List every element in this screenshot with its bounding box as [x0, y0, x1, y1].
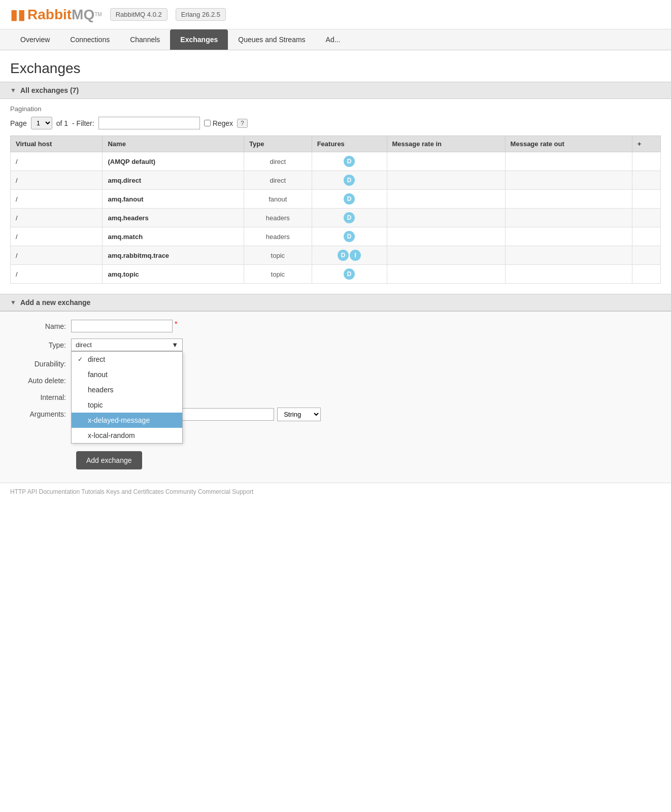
- name-cell[interactable]: amq.topic: [103, 265, 244, 284]
- page-title: Exchanges: [0, 50, 671, 82]
- all-exchanges-section-header[interactable]: ▼ All exchanges (7): [0, 82, 671, 99]
- logo-tm: TM: [94, 12, 102, 17]
- table-row[interactable]: /amq.rabbitmq.tracetopicDI: [11, 246, 661, 265]
- type-cell: direct: [244, 171, 312, 190]
- plus-cell: [632, 152, 660, 171]
- type-option-headers[interactable]: headers: [72, 382, 182, 397]
- name-cell[interactable]: (AMQP default): [103, 152, 244, 171]
- name-cell[interactable]: amq.fanout: [103, 190, 244, 209]
- pagination-controls: Page 1 of 1 - Filter: Regex ?: [10, 117, 661, 129]
- rate-out-cell: [505, 246, 632, 265]
- regex-checkbox-label: Regex: [204, 119, 233, 127]
- feature-badge: D: [344, 156, 355, 167]
- table-row[interactable]: /amq.directdirectD: [11, 171, 661, 190]
- name-cell[interactable]: amq.headers: [103, 209, 244, 227]
- logo-icon: ▮▮: [10, 6, 25, 23]
- nav-item-exchanges[interactable]: Exchanges: [170, 29, 228, 50]
- header: ▮▮ Rabbit MQ TM RabbitMQ 4.0.2 Erlang 26…: [0, 0, 671, 29]
- table-row[interactable]: /amq.fanoutfanoutD: [11, 190, 661, 209]
- nav-item-admin[interactable]: Ad...: [316, 29, 351, 50]
- type-option-topic[interactable]: topic: [72, 397, 182, 413]
- type-option-direct[interactable]: ✓ direct: [72, 352, 182, 367]
- type-dropdown[interactable]: direct ▼ ✓ direct fanout headers: [71, 339, 183, 351]
- table-row[interactable]: /amq.topictopicD: [11, 265, 661, 284]
- col-rate-in: Message rate in: [387, 136, 505, 152]
- rate-in-cell: [387, 227, 505, 246]
- name-cell[interactable]: amq.direct: [103, 171, 244, 190]
- table-row[interactable]: /amq.matchheadersD: [11, 227, 661, 246]
- feature-badge: I: [350, 250, 361, 261]
- filter-label: - Filter:: [72, 119, 94, 127]
- features-cell: D: [312, 227, 387, 246]
- features-cell: D: [312, 152, 387, 171]
- name-cell[interactable]: amq.match: [103, 227, 244, 246]
- add-exchange-section-label: Add a new exchange: [20, 298, 90, 307]
- erlang-badge: Erlang 26.2.5: [176, 8, 226, 21]
- type-cell: direct: [244, 152, 312, 171]
- nav-item-overview[interactable]: Overview: [10, 29, 60, 50]
- logo-rabbit: Rabbit: [27, 7, 72, 23]
- regex-checkbox[interactable]: [204, 120, 211, 126]
- check-icon: ✓: [78, 356, 85, 363]
- name-input[interactable]: [71, 320, 173, 332]
- feature-badge: D: [344, 175, 355, 186]
- plus-cell: [632, 246, 660, 265]
- vhost-cell: /: [11, 152, 103, 171]
- exchanges-table-container: Virtual host Name Type Features Message …: [10, 136, 661, 284]
- add-spacer-label: [10, 427, 71, 430]
- args-type-select[interactable]: String Number Boolean: [277, 408, 321, 421]
- add-exchange-button[interactable]: Add exchange: [76, 451, 142, 469]
- rate-out-cell: [505, 152, 632, 171]
- vhost-cell: /: [11, 171, 103, 190]
- type-option-x-local-random-label: x-local-random: [88, 431, 135, 439]
- footer-text: HTTP API Documentation Tutorials Keys an…: [10, 488, 253, 495]
- type-option-direct-label: direct: [88, 355, 105, 363]
- nav-item-queues[interactable]: Queues and Streams: [228, 29, 315, 50]
- plus-cell: [632, 190, 660, 209]
- nav-item-channels[interactable]: Channels: [120, 29, 170, 50]
- type-dropdown-menu: ✓ direct fanout headers topic: [71, 351, 183, 444]
- features-cell: D: [312, 171, 387, 190]
- vhost-cell: /: [11, 227, 103, 246]
- name-label: Name:: [10, 320, 71, 330]
- regex-help-button[interactable]: ?: [237, 119, 248, 128]
- type-selected-value: direct: [76, 341, 92, 349]
- add-section-arrow-icon: ▼: [10, 299, 16, 306]
- vhost-cell: /: [11, 246, 103, 265]
- rate-in-cell: [387, 246, 505, 265]
- col-rate-out: Message rate out: [505, 136, 632, 152]
- name-cell[interactable]: amq.rabbitmq.trace: [103, 246, 244, 265]
- col-name: Name: [103, 136, 244, 152]
- no-check-icon2: [78, 386, 85, 393]
- plus-cell: [632, 209, 660, 227]
- type-cell: headers: [244, 227, 312, 246]
- type-option-x-delayed-message[interactable]: x-delayed-message: [72, 413, 182, 428]
- arguments-label: Arguments:: [10, 408, 71, 418]
- type-row: Type: direct ▼ ✓ direct fanout headers: [10, 339, 661, 351]
- table-row[interactable]: /(AMQP default)directD: [11, 152, 661, 171]
- feature-badge: D: [344, 193, 355, 205]
- type-cell: fanout: [244, 190, 312, 209]
- type-option-fanout[interactable]: fanout: [72, 367, 182, 382]
- col-vhost: Virtual host: [11, 136, 103, 152]
- filter-input[interactable]: [98, 117, 200, 129]
- rate-in-cell: [387, 171, 505, 190]
- rate-in-cell: [387, 265, 505, 284]
- features-cell: D: [312, 209, 387, 227]
- table-row[interactable]: /amq.headersheadersD: [11, 209, 661, 227]
- nav-item-connections[interactable]: Connections: [60, 29, 120, 50]
- dropdown-arrow-icon: ▼: [172, 341, 178, 349]
- type-option-headers-label: headers: [88, 386, 114, 394]
- add-exchange-section-header[interactable]: ▼ Add a new exchange: [0, 294, 671, 311]
- type-option-topic-label: topic: [88, 401, 103, 409]
- internal-label: Internal:: [10, 391, 71, 401]
- page-select[interactable]: 1: [31, 117, 52, 129]
- no-check-icon: [78, 371, 85, 378]
- exchanges-table: Virtual host Name Type Features Message …: [10, 136, 661, 284]
- type-option-x-local-random[interactable]: x-local-random: [72, 428, 182, 443]
- pagination-area: Pagination Page 1 of 1 - Filter: Regex ?: [0, 99, 671, 136]
- type-dropdown-display[interactable]: direct ▼: [71, 339, 183, 351]
- footer: HTTP API Documentation Tutorials Keys an…: [0, 483, 671, 500]
- type-cell: headers: [244, 209, 312, 227]
- plus-cell: [632, 265, 660, 284]
